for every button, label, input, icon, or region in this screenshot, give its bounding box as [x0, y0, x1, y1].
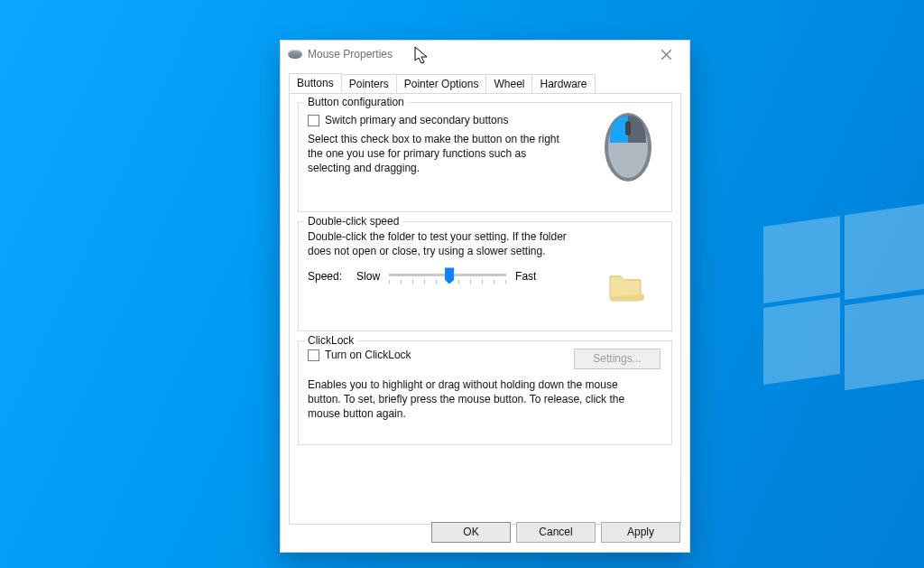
checkbox-icon	[308, 115, 319, 126]
group-legend: Button configuration	[304, 96, 408, 108]
mouse-properties-dialog: Mouse Properties Buttons Pointers Pointe…	[280, 40, 690, 553]
mouse-cursor-icon	[414, 46, 430, 66]
svg-marker-2	[415, 47, 427, 63]
tab-wheel[interactable]: Wheel	[485, 74, 532, 93]
double-click-description: Double-click the folder to test your set…	[308, 229, 569, 258]
button-configuration-group: Button configuration Switch primary and …	[298, 102, 672, 212]
tab-buttons[interactable]: Buttons	[289, 73, 342, 93]
tab-strip: Buttons Pointers Pointer Options Wheel H…	[289, 71, 681, 93]
apply-button[interactable]: Apply	[601, 522, 680, 543]
mouse-illustration	[599, 108, 657, 186]
folder-icon[interactable]	[605, 265, 646, 305]
ok-button[interactable]: OK	[431, 522, 511, 543]
window-title: Mouse Properties	[308, 48, 393, 61]
clicklock-group: ClickLock Turn on ClickLock Settings... …	[298, 340, 672, 445]
slow-label: Slow	[356, 270, 380, 283]
group-legend: Double-click speed	[304, 215, 402, 228]
fast-label: Fast	[515, 270, 536, 283]
checkbox-label: Switch primary and secondary buttons	[325, 114, 508, 126]
group-legend: ClickLock	[304, 334, 357, 347]
tab-pointer-options[interactable]: Pointer Options	[396, 74, 487, 93]
checkbox-label: Turn on ClickLock	[325, 349, 411, 361]
tab-page-buttons: Button configuration Switch primary and …	[289, 93, 681, 525]
double-click-speed-group: Double-click speed Double-click the fold…	[298, 221, 672, 331]
speed-label: Speed:	[308, 270, 342, 283]
clicklock-description: Enables you to highlight or drag without…	[308, 377, 651, 422]
switch-buttons-checkbox[interactable]: Switch primary and secondary buttons	[308, 114, 569, 126]
tab-hardware[interactable]: Hardware	[531, 74, 595, 93]
desktop: Mouse Properties Buttons Pointers Pointe…	[0, 0, 924, 568]
clicklock-settings-button: Settings...	[574, 349, 661, 369]
svg-rect-5	[625, 121, 631, 135]
windows-logo	[689, 0, 924, 568]
titlebar[interactable]: Mouse Properties	[281, 41, 689, 68]
speed-slider[interactable]	[389, 267, 506, 285]
close-icon	[661, 50, 671, 60]
close-button[interactable]	[646, 41, 686, 68]
checkbox-icon	[308, 349, 319, 361]
dialog-button-row: OK Cancel Apply	[431, 522, 680, 543]
cancel-button[interactable]: Cancel	[516, 522, 596, 543]
tab-pointers[interactable]: Pointers	[341, 74, 397, 93]
mouse-icon	[288, 50, 302, 59]
button-config-description: Select this check box to make the button…	[308, 132, 569, 176]
